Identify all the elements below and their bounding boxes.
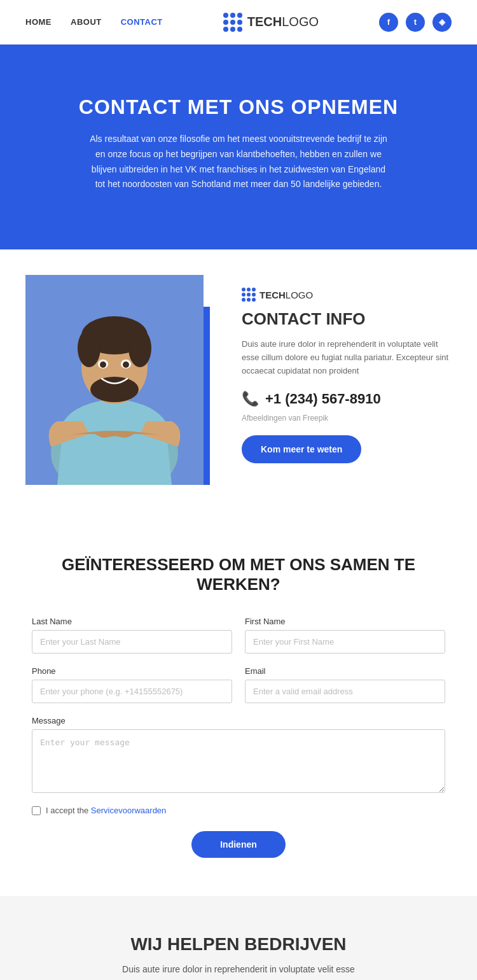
hero-title: CONTACT MET ONS OPNEMEN: [25, 95, 452, 119]
navbar: HOME ABOUT CONTACT TECHLOGO f t ◈: [0, 0, 477, 45]
help-description: Duis aute irure dolor in reprehenderit i…: [111, 962, 366, 980]
logo-dot-2: [230, 13, 235, 18]
svg-point-10: [100, 361, 106, 368]
hero-section: CONTACT MET ONS OPNEMEN Als resultaat va…: [0, 45, 477, 249]
svg-point-5: [78, 329, 100, 367]
info-title: CONTACT INFO: [242, 309, 452, 329]
info-description: Duis aute irure dolor in reprehenderit i…: [242, 338, 452, 377]
hero-description: Als resultaat van onze filosofie om het …: [86, 132, 391, 192]
phone-row: 📞 +1 (234) 567-8910: [242, 391, 452, 407]
logo-text: TECHLOGO: [247, 15, 319, 29]
phone-number: +1 (234) 567-8910: [265, 391, 381, 407]
svg-point-11: [123, 361, 129, 368]
message-input[interactable]: [32, 729, 445, 793]
form-submit-area: Indienen: [32, 831, 445, 858]
last-name-group: Last Name: [32, 617, 232, 654]
nav-links: HOME ABOUT CONTACT: [25, 17, 163, 27]
contact-form: Last Name First Name Phone Email Message: [32, 617, 445, 858]
logo-dot-3: [237, 13, 242, 18]
image-credit: Afbeeldingen van Freepik: [242, 414, 452, 423]
last-name-label: Last Name: [32, 617, 232, 626]
form-title: GEÏNTERESSEERD OM MET ONS SAMEN TE WERKE…: [32, 555, 445, 594]
logo-dot-9: [237, 27, 242, 32]
email-input[interactable]: [245, 680, 445, 703]
email-label: Email: [245, 666, 445, 676]
phone-icon: 📞: [242, 391, 259, 407]
instagram-icon[interactable]: ◈: [432, 13, 452, 32]
info-panel: TECHLOGO CONTACT INFO Duis aute irure do…: [242, 281, 452, 463]
message-label: Message: [32, 716, 445, 725]
logo-dot-1: [223, 13, 228, 18]
nav-about[interactable]: ABOUT: [71, 17, 102, 27]
submit-button[interactable]: Indienen: [191, 831, 286, 858]
phone-label: Phone: [32, 666, 232, 676]
facebook-icon[interactable]: f: [379, 13, 398, 32]
first-name-label: First Name: [245, 617, 445, 626]
logo-dot-8: [230, 27, 235, 32]
twitter-icon[interactable]: t: [406, 13, 425, 32]
form-grid: Last Name First Name Phone Email Message: [32, 617, 445, 793]
terms-link[interactable]: Servicevoorwaarden: [91, 806, 167, 815]
info-logo-text: TECHLOGO: [259, 290, 313, 300]
person-image-container: [25, 281, 216, 485]
phone-input[interactable]: [32, 680, 232, 703]
logo-dot-6: [237, 20, 242, 25]
terms-checkbox[interactable]: [32, 806, 41, 815]
form-section: GEÏNTERESSEERD OM MET ONS SAMEN TE WERKE…: [0, 517, 477, 896]
logo-dots: [223, 13, 242, 32]
contact-info-section: TECHLOGO CONTACT INFO Duis aute irure do…: [0, 249, 477, 517]
nav-home[interactable]: HOME: [25, 17, 52, 27]
logo-dot-4: [223, 20, 228, 25]
logo-dot-7: [223, 27, 228, 32]
info-logo: TECHLOGO: [242, 288, 452, 302]
logo-dot-5: [230, 20, 235, 25]
svg-point-7: [90, 377, 139, 402]
svg-point-6: [128, 329, 151, 367]
help-section: WIJ HELPEN BEDRIJVEN Duis aute irure dol…: [0, 896, 477, 980]
nav-contact[interactable]: CONTACT: [121, 17, 163, 27]
logo: TECHLOGO: [223, 13, 319, 32]
social-icons: f t ◈: [379, 13, 452, 32]
terms-checkbox-row: I accept the Servicevoorwaarden: [32, 806, 445, 815]
help-title: WIJ HELPEN BEDRIJVEN: [25, 934, 452, 955]
last-name-input[interactable]: [32, 630, 232, 654]
first-name-group: First Name: [245, 617, 445, 654]
message-group: Message: [32, 716, 445, 793]
terms-label: I accept the Servicevoorwaarden: [46, 806, 166, 815]
info-logo-dots: [242, 288, 256, 302]
email-group: Email: [245, 666, 445, 703]
learn-more-button[interactable]: Kom meer te weten: [242, 435, 361, 463]
phone-group: Phone: [32, 666, 232, 703]
person-photo: [25, 275, 204, 485]
first-name-input[interactable]: [245, 630, 445, 654]
